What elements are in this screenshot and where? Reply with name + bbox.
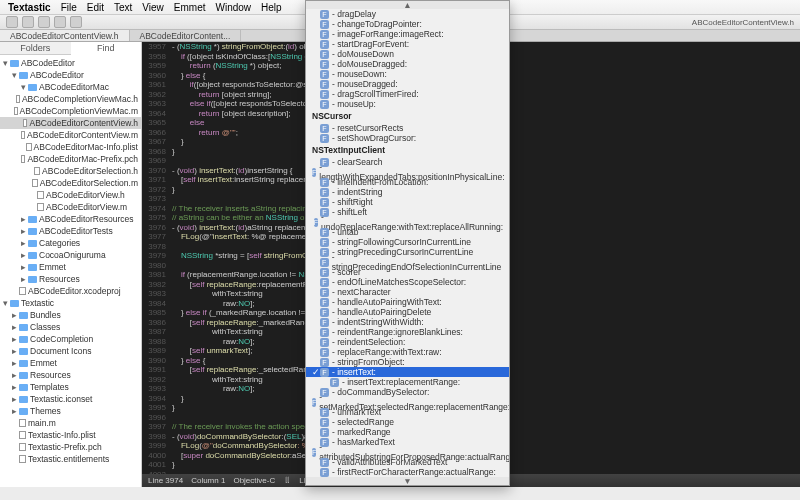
popup-item[interactable]: F- stringPrecedingEndOfSelectionInCurren… bbox=[306, 257, 509, 267]
sidebar-tab-find[interactable]: Find bbox=[71, 42, 142, 55]
tree-folder[interactable]: ▾ABCodeEditor bbox=[0, 57, 141, 69]
tree-file[interactable]: ABCodeEditorView.m bbox=[0, 201, 141, 213]
tree-folder[interactable]: ▸Classes bbox=[0, 321, 141, 333]
popup-item[interactable]: F- doMouseDragged: bbox=[306, 59, 509, 69]
tree-folder[interactable]: ▾Textastic bbox=[0, 297, 141, 309]
popup-item[interactable]: F- mouseUp: bbox=[306, 99, 509, 109]
status-lang[interactable]: Objective-C bbox=[233, 476, 275, 485]
method-badge-icon: F bbox=[320, 288, 329, 297]
popup-item[interactable]: F- lengthWithExpandedTabs:positionInPhys… bbox=[306, 167, 509, 177]
menu-emmet[interactable]: Emmet bbox=[174, 2, 206, 13]
tree-folder[interactable]: ▸Themes bbox=[0, 405, 141, 417]
menu-window[interactable]: Window bbox=[216, 2, 252, 13]
tool-button[interactable] bbox=[6, 16, 18, 28]
tool-button[interactable] bbox=[54, 16, 66, 28]
sidebar-tab-folders[interactable]: Folders bbox=[0, 42, 71, 55]
tree-folder[interactable]: ▾ABCodeEditor bbox=[0, 69, 141, 81]
tree-folder[interactable]: ▾ABCodeEditorMac bbox=[0, 81, 141, 93]
tree-file[interactable]: ABCodeEditorView.h bbox=[0, 189, 141, 201]
method-badge-icon: F bbox=[320, 178, 329, 187]
popup-item[interactable]: F- stringFromObject: bbox=[306, 357, 509, 367]
popup-item[interactable]: F- indentStringWithWidth: bbox=[306, 317, 509, 327]
popup-item[interactable]: F- changeToDragPointer: bbox=[306, 19, 509, 29]
tree-file[interactable]: main.m bbox=[0, 417, 141, 429]
method-badge-icon: F bbox=[320, 248, 329, 257]
popup-item[interactable]: F- insertText:replacementRange: bbox=[306, 377, 509, 387]
tool-button[interactable] bbox=[38, 16, 50, 28]
popup-list: F- dragDelayF- changeToDragPointer:F- im… bbox=[306, 9, 509, 477]
menu-text[interactable]: Text bbox=[114, 2, 132, 13]
popup-item[interactable]: F- markedRange bbox=[306, 427, 509, 437]
popup-item[interactable]: F- handleAutoPairingWithText: bbox=[306, 297, 509, 307]
tree-folder[interactable]: ▸Document Icons bbox=[0, 345, 141, 357]
tree-file[interactable]: Textastic-Prefix.pch bbox=[0, 441, 141, 453]
popup-scroll-up[interactable]: ▲ bbox=[306, 1, 509, 9]
popup-item[interactable]: F- mouseDragged: bbox=[306, 79, 509, 89]
popup-item[interactable]: F- attributedSubstringForProposedRange:a… bbox=[306, 447, 509, 457]
popup-item[interactable]: F- reindentSelection: bbox=[306, 337, 509, 347]
tree-file[interactable]: ABCodeEditorMac-Info.plist bbox=[0, 141, 141, 153]
tree-folder[interactable]: ▸ABCodeEditorResources bbox=[0, 213, 141, 225]
file-icon bbox=[19, 287, 26, 295]
tree-file[interactable]: ABCodeEditorMac-Prefix.pch bbox=[0, 153, 141, 165]
popup-item[interactable]: F- handleAutoPairingDelete bbox=[306, 307, 509, 317]
popup-item[interactable]: F- mouseDown: bbox=[306, 69, 509, 79]
menu-view[interactable]: View bbox=[142, 2, 164, 13]
tree-file[interactable]: Textastic-Info.plist bbox=[0, 429, 141, 441]
tree-file[interactable]: ABCodeEditorContentView.m bbox=[0, 129, 141, 141]
file-icon bbox=[19, 455, 26, 463]
tree-folder[interactable]: ▸CodeCompletion bbox=[0, 333, 141, 345]
folder-icon bbox=[28, 276, 37, 283]
popup-item[interactable]: F- startDragForEvent: bbox=[306, 39, 509, 49]
tree-folder[interactable]: ▸Categories bbox=[0, 237, 141, 249]
tree-file[interactable]: ABCodeEditorSelection.h bbox=[0, 165, 141, 177]
menu-edit[interactable]: Edit bbox=[87, 2, 104, 13]
tree-folder[interactable]: ▸CocoaOniguruma bbox=[0, 249, 141, 261]
method-badge-icon: F bbox=[320, 20, 329, 29]
tree-folder[interactable]: ▸Templates bbox=[0, 381, 141, 393]
symbol-popup[interactable]: ▲ F- dragDelayF- changeToDragPointer:F- … bbox=[305, 0, 510, 486]
tool-button[interactable] bbox=[22, 16, 34, 28]
menu-textastic[interactable]: Textastic bbox=[8, 2, 51, 13]
tree-file[interactable]: ABCodeCompletionViewMac.h bbox=[0, 93, 141, 105]
popup-item[interactable]: F- replaceRange:withText:raw: bbox=[306, 347, 509, 357]
tree-file[interactable]: Textastic.entitlements bbox=[0, 453, 141, 465]
popup-item[interactable]: F- setMarkedText:selectedRange:replaceme… bbox=[306, 397, 509, 407]
tree-folder[interactable]: ▸ABCodeEditorTests bbox=[0, 225, 141, 237]
editor-tab[interactable]: ABCodeEditorContentView.h bbox=[0, 30, 130, 41]
tree-file[interactable]: ABCodeCompletionViewMac.m bbox=[0, 105, 141, 117]
popup-item[interactable]: F- indentString bbox=[306, 187, 509, 197]
popup-item[interactable]: ✓F- insertText: bbox=[306, 367, 509, 377]
popup-item[interactable]: F- nextCharacter bbox=[306, 287, 509, 297]
popup-item[interactable]: F- shiftRight bbox=[306, 197, 509, 207]
popup-item[interactable]: F- undoReplaceRange:withText:replaceAllR… bbox=[306, 217, 509, 227]
menu-help[interactable]: Help bbox=[261, 2, 282, 13]
popup-item[interactable]: F- setShowDragCursor: bbox=[306, 133, 509, 143]
tree-folder[interactable]: ▸Textastic.iconset bbox=[0, 393, 141, 405]
tree-folder[interactable]: ▸Bundles bbox=[0, 309, 141, 321]
tree-file[interactable]: ABCodeEditorSelection.m bbox=[0, 177, 141, 189]
popup-item[interactable]: F- resetCursorRects bbox=[306, 123, 509, 133]
popup-scroll-down[interactable]: ▼ bbox=[306, 477, 509, 485]
tree-file[interactable]: ABCodeEditor.xcodeproj bbox=[0, 285, 141, 297]
popup-item[interactable]: F- dragDelay bbox=[306, 9, 509, 19]
tree-folder[interactable]: ▸Resources bbox=[0, 273, 141, 285]
popup-item[interactable]: F- endOfLineMatchesScopeSelector: bbox=[306, 277, 509, 287]
popup-item[interactable]: F- selectedRange bbox=[306, 417, 509, 427]
popup-item[interactable]: F- dragScrollTimerFired: bbox=[306, 89, 509, 99]
popup-item[interactable]: F- reindentRange:ignoreBlankLines: bbox=[306, 327, 509, 337]
popup-item[interactable]: F- stringFollowingCursorInCurrentLine bbox=[306, 237, 509, 247]
folder-icon bbox=[28, 84, 37, 91]
tree-folder[interactable]: ▸Emmet bbox=[0, 357, 141, 369]
tool-button[interactable] bbox=[70, 16, 82, 28]
tree-file[interactable]: ABCodeEditorContentView.h bbox=[0, 117, 141, 129]
menu-file[interactable]: File bbox=[61, 2, 77, 13]
editor-tab[interactable]: ABCodeEditorContent... bbox=[130, 30, 242, 41]
popup-item[interactable]: F- doMouseDown bbox=[306, 49, 509, 59]
tree-folder[interactable]: ▸Resources bbox=[0, 369, 141, 381]
file-icon bbox=[16, 95, 20, 103]
tree-folder[interactable]: ▸Emmet bbox=[0, 261, 141, 273]
popup-item[interactable]: F- imageForRange:imageRect: bbox=[306, 29, 509, 39]
file-icon bbox=[34, 167, 41, 175]
popup-section-header: NSCursor bbox=[306, 109, 509, 123]
